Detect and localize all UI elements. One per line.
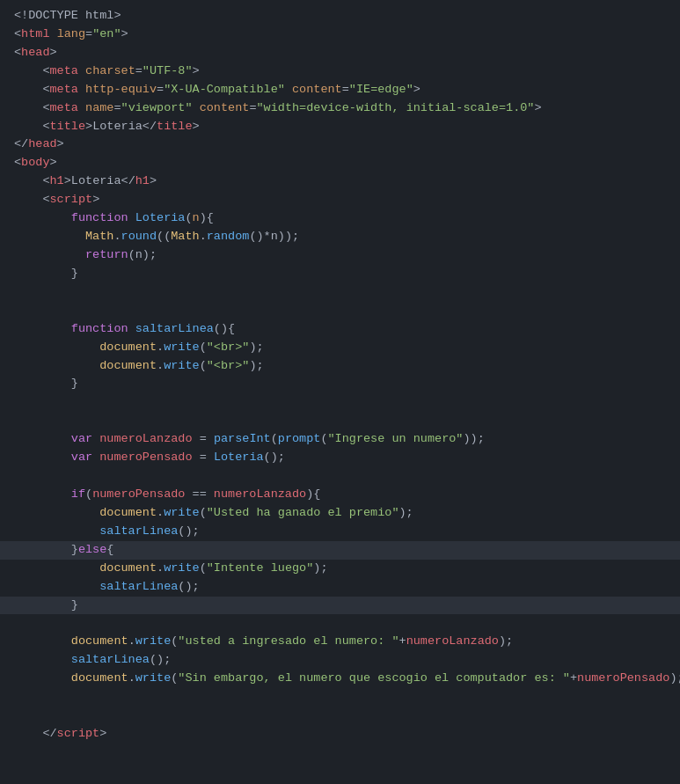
- code-token: >: [99, 727, 106, 740]
- code-token: [14, 653, 71, 666]
- code-token: numeroPensado: [92, 487, 185, 501]
- code-line: <body>: [0, 154, 680, 172]
- code-token: (: [185, 211, 192, 224]
- code-line: document.write("<br>");: [0, 339, 680, 357]
- code-line: function Loteria(n){: [0, 209, 680, 228]
- code-token: Loteria: [71, 174, 121, 187]
- code-token: <: [14, 46, 21, 59]
- code-token: "<br>": [207, 359, 250, 372]
- code-token: if: [71, 487, 85, 501]
- code-token: charset: [85, 64, 135, 77]
- code-token: numeroPensado: [99, 451, 192, 464]
- code-token: var: [71, 432, 92, 445]
- code-token: saltarLinea: [71, 653, 150, 666]
- code-token: [14, 230, 85, 243]
- code-token: write: [135, 634, 172, 648]
- code-line: <html lang="en">: [0, 26, 680, 44]
- code-token: function: [71, 322, 128, 335]
- code-line: [0, 744, 680, 762]
- code-token: .: [157, 341, 164, 354]
- code-token: document: [71, 671, 128, 685]
- code-line: [0, 467, 680, 486]
- code-token: content: [292, 83, 342, 96]
- code-token: {: [106, 543, 113, 556]
- code-token: =: [135, 64, 143, 77]
- code-token: );: [399, 506, 413, 519]
- code-token: ()*n));: [249, 230, 299, 243]
- code-line: saltarLinea();: [0, 578, 680, 597]
- code-token: write: [164, 506, 200, 519]
- code-token: =: [157, 83, 164, 96]
- code-token: else: [78, 543, 106, 556]
- code-token: "Usted ha ganado el premio": [207, 506, 399, 519]
- code-token: prompt: [278, 432, 321, 445]
- code-token: document: [99, 359, 157, 372]
- code-token: http-equiv: [85, 83, 157, 96]
- code-token: return: [85, 248, 128, 261]
- code-token: [14, 432, 71, 445]
- code-token: +: [570, 671, 577, 685]
- code-token: numeroLanzado: [214, 487, 306, 501]
- code-token: saltarLinea: [99, 580, 178, 593]
- code-token: .: [200, 230, 207, 243]
- code-token: [128, 211, 135, 224]
- code-token: </: [143, 120, 157, 133]
- code-token: (: [271, 432, 278, 445]
- code-line: return(n);: [0, 246, 680, 265]
- code-token: numeroLanzado: [99, 432, 192, 445]
- code-token: [14, 524, 99, 538]
- code-token: [78, 64, 85, 77]
- code-token: .: [128, 671, 135, 685]
- code-token: ));: [463, 432, 484, 445]
- code-token: (){: [214, 322, 235, 335]
- code-token: Math: [171, 230, 199, 243]
- code-token: title: [50, 120, 86, 133]
- code-token: <: [14, 27, 21, 40]
- code-line: }: [0, 265, 680, 283]
- code-line: [0, 707, 680, 725]
- code-token: );: [499, 634, 513, 648]
- code-token: ();: [150, 653, 171, 666]
- code-token: "Sin embargo, el numero que escogio el c…: [178, 671, 570, 685]
- code-token: [78, 83, 85, 96]
- code-token: [14, 671, 71, 685]
- code-token: +: [399, 634, 406, 648]
- code-token: [14, 506, 99, 519]
- code-token: "UTF-8": [143, 64, 193, 77]
- code-token: [285, 83, 292, 96]
- code-line: <!DOCTYPE html>: [0, 7, 680, 26]
- code-token: saltarLinea: [135, 322, 214, 335]
- code-line: <meta http-equiv="X-UA-Compatible" conte…: [0, 81, 680, 99]
- code-token: "IE=edge": [349, 83, 413, 96]
- code-line: [0, 688, 680, 707]
- code-token: head: [28, 137, 56, 150]
- code-token: "Intente luego": [207, 561, 314, 575]
- code-line: [0, 412, 680, 430]
- code-token: [50, 27, 57, 40]
- code-token: }: [14, 377, 78, 390]
- code-token: Math: [85, 230, 113, 243]
- code-token: head: [21, 46, 49, 59]
- code-token: [14, 634, 71, 648]
- code-line: [0, 283, 680, 302]
- code-line: <head>: [0, 44, 680, 62]
- code-line: document.write("usted a ingresado el num…: [0, 633, 680, 651]
- code-token: </: [121, 174, 135, 187]
- code-token: }: [14, 267, 78, 280]
- code-token: title: [157, 120, 193, 133]
- code-token: body: [21, 156, 49, 169]
- code-token: <: [14, 64, 50, 77]
- code-token: Loteria: [92, 120, 143, 133]
- code-token: [14, 359, 99, 372]
- code-token: >: [85, 120, 92, 133]
- code-token: meta: [50, 64, 78, 77]
- code-token: <: [14, 156, 21, 169]
- code-token: <: [14, 101, 50, 114]
- code-line: <title>Loteria</title>: [0, 118, 680, 136]
- code-token: );: [669, 671, 680, 685]
- code-token: content: [200, 101, 250, 114]
- code-token: (n);: [128, 248, 157, 261]
- code-token: <: [14, 83, 50, 96]
- code-token: meta: [50, 101, 78, 114]
- code-token: >: [193, 120, 200, 133]
